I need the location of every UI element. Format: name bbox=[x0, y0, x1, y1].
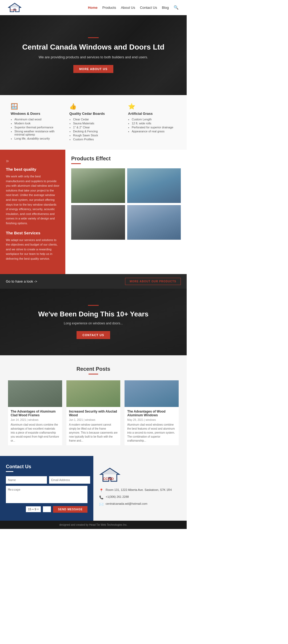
post-date-3: May 29, 2021 | windows bbox=[127, 418, 176, 421]
more-products-button[interactable]: MORE ABOUT OUR PRODUCTS bbox=[125, 278, 181, 285]
post-date-2: Jun 1, 2021 | windows bbox=[69, 418, 118, 421]
feature-grass-list: Custom Length 12 ft. wide rolls Perforat… bbox=[128, 118, 176, 133]
products-effect-section: » The best quality We work with only the… bbox=[0, 150, 187, 274]
list-item: Perforated for superior drainage bbox=[132, 126, 176, 129]
captcha-input[interactable] bbox=[43, 506, 51, 512]
logo[interactable]: CCWD bbox=[8, 3, 21, 12]
nav-blog[interactable]: Blog bbox=[162, 6, 169, 10]
navbar: CCWD Home Products About Us Contact Us B… bbox=[0, 0, 187, 15]
post-body-3: The Advantages of Wood Aluminum Windows … bbox=[125, 407, 179, 445]
feature-grass: ⭐ Artificial Grass Custom Length 12 ft. … bbox=[125, 103, 179, 142]
email-text: centralcanada.wd@hotmail.com bbox=[106, 502, 147, 505]
list-item: 1" & 2" Clear bbox=[73, 126, 117, 129]
list-item: Decking & Fencing bbox=[73, 130, 117, 133]
contact-form-area: Contact Us 15 + 9 = SEND MESSAGE bbox=[0, 456, 93, 521]
contact-heading: Contact Us bbox=[6, 464, 87, 470]
features-section: 🪟 Windows & Doors Aluminum clad wood Mod… bbox=[0, 95, 187, 150]
list-item: Superior thermal performance bbox=[14, 126, 59, 129]
list-item: Aluminum clad wood bbox=[14, 118, 59, 121]
post-excerpt-3: Aluminum clad wood windows combine the b… bbox=[127, 423, 176, 443]
post-excerpt-1: Aluminum clad wood doors combine the adv… bbox=[11, 423, 59, 443]
product-image-1[interactable] bbox=[71, 168, 125, 203]
posts-divider bbox=[89, 374, 98, 374]
post-title-2: Increased Security with Aluclad Wood bbox=[69, 410, 118, 417]
quality-heading: The best quality bbox=[6, 167, 59, 172]
product-image-4[interactable] bbox=[127, 205, 181, 240]
feature-grass-title: Artificial Grass bbox=[128, 112, 176, 116]
feature-windows-title: Windows & Doors bbox=[11, 112, 59, 116]
footer-info-area: CCWD 📍 Room 131, 1222 Alberta Ave. Saska… bbox=[93, 456, 187, 521]
contact-divider bbox=[6, 471, 13, 472]
svg-marker-1 bbox=[9, 3, 21, 7]
windows-icon: 🪟 bbox=[11, 103, 59, 110]
grass-icon: ⭐ bbox=[128, 103, 176, 110]
products-right-panel: Products Effect bbox=[65, 150, 187, 274]
search-icon[interactable]: 🔍 bbox=[174, 5, 179, 10]
hero-title: Central Canada Windows and Doors Ltd bbox=[22, 43, 164, 51]
feature-cedar: 👍 Quality Cedar Boards Clear Cedar Sauna… bbox=[67, 103, 120, 142]
experience-subtext: Long experience on windows and doors... bbox=[64, 321, 123, 325]
list-item: Modern look bbox=[14, 122, 59, 125]
experience-section: We've Been Doing This 10+ Years Long exp… bbox=[0, 289, 187, 355]
list-item: 12 ft. wide rolls bbox=[132, 122, 176, 125]
form-name-email-row bbox=[6, 476, 87, 484]
svg-marker-4 bbox=[101, 468, 119, 474]
phone-icon: 📞 bbox=[99, 495, 103, 499]
captcha-equation: 15 + 9 = bbox=[26, 506, 41, 512]
quality-text: We work with only the best manufacturers… bbox=[6, 174, 59, 226]
post-card-2[interactable]: Increased Security with Aluclad Wood Jun… bbox=[66, 380, 121, 445]
recent-posts-heading: Recent Posts bbox=[8, 366, 179, 372]
footer-logo: CCWD bbox=[99, 467, 121, 483]
list-item: Rough Sawn Stock bbox=[73, 134, 117, 137]
nav-menu: Home Products About Us Contact Us Blog 🔍 bbox=[88, 5, 179, 10]
hero-divider bbox=[88, 37, 99, 38]
nav-contact[interactable]: Contact Us bbox=[140, 6, 157, 10]
message-textarea[interactable] bbox=[6, 486, 87, 503]
hero-cta-button[interactable]: MORE ABOUT US bbox=[73, 65, 113, 73]
list-item: Strong weather resistance with minimal u… bbox=[14, 130, 59, 136]
nav-products[interactable]: Products bbox=[102, 6, 116, 10]
svg-text:CCWD: CCWD bbox=[10, 9, 17, 11]
product-image-2[interactable] bbox=[127, 168, 181, 203]
feature-windows: 🪟 Windows & Doors Aluminum clad wood Mod… bbox=[8, 103, 61, 142]
product-image-3[interactable] bbox=[71, 205, 125, 240]
products-footer: Go to have a look -> MORE ABOUT OUR PROD… bbox=[0, 274, 187, 289]
post-thumb-1 bbox=[8, 380, 62, 407]
name-input[interactable] bbox=[6, 476, 47, 484]
address-row: 📍 Room 131, 1222 Alberta Ave. Saskatoon,… bbox=[99, 488, 172, 492]
recent-posts-section: Recent Posts The Advantages of Aluminum … bbox=[0, 355, 187, 456]
post-card-1[interactable]: The Advantages of Aluminum Clad Wood Fra… bbox=[8, 380, 62, 445]
address-text: Room 131, 1222 Alberta Ave. Saskatoon, S… bbox=[106, 488, 172, 491]
products-effect-heading: Products Effect bbox=[71, 156, 181, 162]
nav-about[interactable]: About Us bbox=[121, 6, 135, 10]
products-divider bbox=[71, 163, 81, 164]
go-look-label: Go to have a look -> bbox=[6, 279, 37, 283]
list-item: Custom Length bbox=[132, 118, 176, 121]
hero-subtitle: We are providing products and services t… bbox=[39, 55, 148, 59]
footer-section: Contact Us 15 + 9 = SEND MESSAGE CCWD 📍 … bbox=[0, 456, 187, 521]
phone-row: 📞 +1(306) 261 2288 bbox=[99, 495, 129, 499]
email-icon: ✉️ bbox=[99, 502, 103, 506]
nav-home[interactable]: Home bbox=[88, 6, 98, 10]
services-text: We adapt our services and solutions to t… bbox=[6, 238, 59, 261]
send-button[interactable]: SEND MESSAGE bbox=[53, 506, 87, 513]
experience-divider bbox=[88, 305, 99, 306]
list-item: Appearance of real grass bbox=[132, 130, 176, 133]
post-thumb-2 bbox=[66, 380, 121, 407]
post-card-3[interactable]: The Advantages of Wood Aluminum Windows … bbox=[125, 380, 179, 445]
captcha-row: 15 + 9 = SEND MESSAGE bbox=[6, 506, 87, 513]
experience-cta-button[interactable]: CONTACT US bbox=[77, 331, 110, 339]
posts-grid: The Advantages of Aluminum Clad Wood Fra… bbox=[8, 380, 179, 445]
products-image-grid bbox=[71, 168, 181, 240]
list-item: Long life, durability security bbox=[14, 137, 59, 140]
products-left-panel: » The best quality We work with only the… bbox=[0, 150, 65, 274]
post-body-1: The Advantages of Aluminum Clad Wood Fra… bbox=[8, 407, 62, 445]
location-icon: 📍 bbox=[99, 488, 103, 492]
post-body-2: Increased Security with Aluclad Wood Jun… bbox=[66, 407, 121, 445]
svg-text:CCWD: CCWD bbox=[103, 477, 114, 481]
post-title-1: The Advantages of Aluminum Clad Wood Fra… bbox=[11, 410, 59, 417]
email-input[interactable] bbox=[49, 476, 90, 484]
feature-windows-list: Aluminum clad wood Modern look Superior … bbox=[11, 118, 59, 140]
message-area bbox=[6, 486, 87, 504]
email-row: ✉️ centralcanada.wd@hotmail.com bbox=[99, 502, 147, 506]
